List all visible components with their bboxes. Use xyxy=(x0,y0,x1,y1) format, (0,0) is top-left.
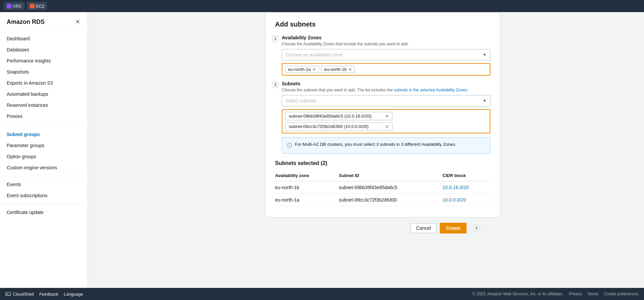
sidebar-item-custom-engine[interactable]: Custom engine versions xyxy=(0,162,88,173)
sidebar-item-performance[interactable]: Performance insights xyxy=(0,55,88,67)
sidebar-item-cert-update[interactable]: Certificate update xyxy=(0,207,88,218)
sidebar: Amazon RDS ✕ Dashboard Databases Perform… xyxy=(0,12,88,288)
sidebar-item-dashboard[interactable]: Dashboard xyxy=(0,33,88,44)
subnets-tags-container: subnet-09bb39f43e85da6c5 (10.0.16.0/20) … xyxy=(282,109,490,133)
sidebar-item-exports[interactable]: Exports in Amazon S3 xyxy=(0,78,88,89)
info-box: ⓘ For Multi-AZ DB clusters, you must sel… xyxy=(282,137,490,154)
subnets-link[interactable]: subnets in the selected Availability Zon… xyxy=(394,88,467,92)
sidebar-item-event-subs[interactable]: Event subscriptions xyxy=(0,190,88,201)
vpc-badge[interactable]: VPC xyxy=(4,2,24,10)
form-body: 1 Availability Zones Choose the Availabi… xyxy=(275,35,490,209)
az-dropdown-placeholder: Choose an availability zone xyxy=(285,52,342,57)
sidebar-item-subnet-groups[interactable]: Subnet groups xyxy=(0,128,88,140)
availability-zones-section: 1 Availability Zones Choose the Availabi… xyxy=(275,35,490,76)
sidebar-item-events[interactable]: Events xyxy=(0,179,88,190)
ec2-label: EC2 xyxy=(36,4,44,9)
az-section-title: Availability Zones xyxy=(282,35,490,40)
selected-title: Subnets selected (2) xyxy=(275,160,490,166)
table-row: eu-north-1b subnet-09bb39f43e85da6c5 10.… xyxy=(275,181,490,194)
subnets-dropdown-placeholder: Select subnets xyxy=(285,98,316,103)
cloudshell-label: CloudShell xyxy=(13,292,34,297)
sidebar-navigation: Dashboard Databases Performance insights… xyxy=(0,31,88,221)
az-tag-1-remove[interactable]: ✕ xyxy=(348,67,352,72)
sidebar-divider-1 xyxy=(0,125,88,125)
step-1-number: 1 xyxy=(272,35,279,42)
copyright-text: © 2023, Amazon Web Services, Inc. or its… xyxy=(472,292,564,296)
subnets-section-title: Subnets xyxy=(282,81,490,86)
top-navigation: VPC EC2 xyxy=(0,0,644,12)
feedback-link[interactable]: Feedback xyxy=(39,292,58,297)
main-layout: Amazon RDS ✕ Dashboard Databases Perform… xyxy=(0,12,644,288)
sidebar-item-parameter-groups[interactable]: Parameter groups xyxy=(0,140,88,151)
subnet-tag-0: subnet-09bb39f43e85da6c5 (10.0.16.0/20) … xyxy=(285,112,392,120)
row-1-cidr: 10.0.0.0/20 xyxy=(442,194,490,206)
subnet-tag-1-remove[interactable]: ✕ xyxy=(385,124,389,129)
sidebar-item-backups[interactable]: Automated backups xyxy=(0,89,88,100)
info-message: For Multi-AZ DB clusters, you must selec… xyxy=(295,142,456,147)
az-tag-1: eu-north-1b ✕ xyxy=(321,66,355,73)
az-tag-1-label: eu-north-1b xyxy=(324,67,346,72)
col-cidr: CIDR block xyxy=(442,170,490,181)
actions-area: Cancel Create 3 xyxy=(252,217,480,239)
row-0-cidr: 10.0.16.0/20 xyxy=(442,181,490,194)
create-button[interactable]: Create xyxy=(440,223,467,233)
subnet-tag-0-label: subnet-09bb39f43e85da6c5 (10.0.16.0/20) xyxy=(289,114,371,119)
subnet-tag-1-label: subnet-09cc3c72f3b2d6300 (10.0.0.0/20) xyxy=(289,124,369,129)
bottom-left: CloudShell Feedback Language xyxy=(5,291,83,297)
subnets-table: Availability zone Subnet ID CIDR block e… xyxy=(275,170,490,206)
subnets-section-desc: Choose the subnets that you want to add.… xyxy=(282,88,490,92)
subnets-section: 2 Subnets Choose the subnets that you wa… xyxy=(275,81,490,154)
content-area: Add subnets 1 Availability Zones Choose … xyxy=(88,12,644,288)
subnets-dropdown-arrow: ▼ xyxy=(483,98,487,103)
sidebar-header: Amazon RDS ✕ xyxy=(0,12,88,31)
sidebar-divider-2 xyxy=(0,176,88,176)
info-icon: ⓘ xyxy=(287,142,292,149)
subnets-dropdown[interactable]: Select subnets ▼ xyxy=(282,95,490,106)
sidebar-item-option-groups[interactable]: Option groups xyxy=(0,151,88,162)
sidebar-item-snapshots[interactable]: Snapshots xyxy=(0,67,88,78)
selected-count: (2) xyxy=(321,160,327,166)
sidebar-item-reserved[interactable]: Reserved instances xyxy=(0,100,88,111)
sidebar-title: Amazon RDS xyxy=(7,18,45,26)
subnet-tag-1: subnet-09cc3c72f3b2d6300 (10.0.0.0/20) ✕ xyxy=(285,122,392,131)
terms-link[interactable]: Terms xyxy=(587,292,598,296)
ec2-badge[interactable]: EC2 xyxy=(27,2,47,10)
az-tags-container: eu-north-1a ✕ eu-north-1b ✕ xyxy=(282,63,490,76)
row-1-az: eu-north-1a xyxy=(275,194,339,206)
sidebar-close-button[interactable]: ✕ xyxy=(74,17,81,26)
row-0-subnet: subnet-09bb39f43e85da6c5 xyxy=(339,181,442,194)
sidebar-item-databases[interactable]: Databases xyxy=(0,44,88,55)
az-tag-0: eu-north-1a ✕ xyxy=(285,66,319,73)
form-title: Add subnets xyxy=(275,20,490,28)
az-dropdown[interactable]: Choose an availability zone ▼ xyxy=(282,49,490,60)
col-az: Availability zone xyxy=(275,170,339,181)
svg-rect-0 xyxy=(6,292,10,296)
row-0-az: eu-north-1b xyxy=(275,181,339,194)
step-2-number: 2 xyxy=(272,81,279,88)
az-tag-0-label: eu-north-1a xyxy=(288,67,311,72)
ec2-icon xyxy=(30,4,35,8)
sidebar-divider-3 xyxy=(0,204,88,204)
form-panel: Add subnets 1 Availability Zones Choose … xyxy=(265,12,500,217)
bottom-bar: CloudShell Feedback Language © 2023, Ama… xyxy=(0,288,644,300)
az-section-desc: Choose the Availability Zones that inclu… xyxy=(282,42,490,46)
bottom-right: © 2023, Amazon Web Services, Inc. or its… xyxy=(472,292,639,296)
subnets-selected-section: Subnets selected (2) Availability zone S… xyxy=(275,160,490,206)
table-row: eu-north-1a subnet-09cc3c72f3b2d6300 10.… xyxy=(275,194,490,206)
step-3-indicator: 3 xyxy=(473,224,480,232)
privacy-link[interactable]: Privacy xyxy=(569,292,582,296)
vpc-label: VPC xyxy=(13,4,22,9)
col-subnet-id: Subnet ID xyxy=(339,170,442,181)
language-link[interactable]: Language xyxy=(64,292,83,297)
sidebar-item-proxies[interactable]: Proxies xyxy=(0,111,88,122)
az-tag-0-remove[interactable]: ✕ xyxy=(313,67,316,72)
cancel-button[interactable]: Cancel xyxy=(411,223,437,233)
cloudshell-icon xyxy=(5,291,11,297)
cloudshell-button[interactable]: CloudShell xyxy=(5,291,34,297)
row-1-subnet: subnet-09cc3c72f3b2d6300 xyxy=(339,194,442,206)
cookie-prefs-link[interactable]: Cookie preferences xyxy=(604,292,639,296)
subnet-tag-0-remove[interactable]: ✕ xyxy=(385,114,389,119)
vpc-icon xyxy=(7,4,11,8)
az-dropdown-arrow: ▼ xyxy=(483,52,487,57)
